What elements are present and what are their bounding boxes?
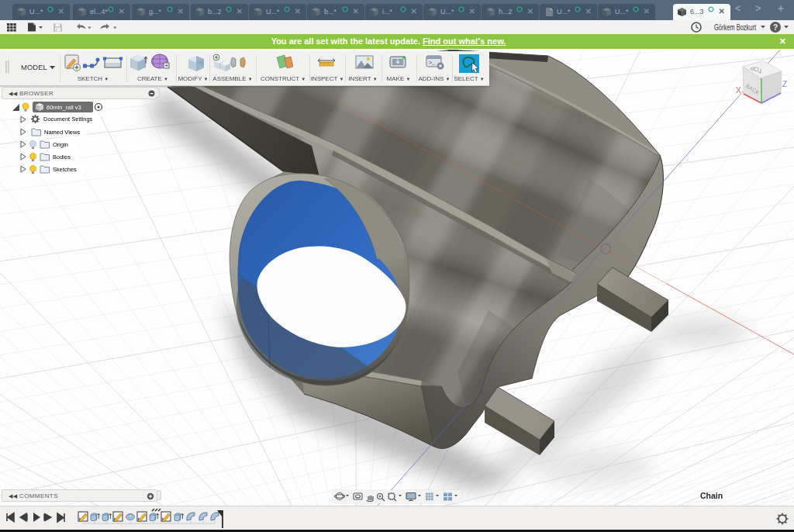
svg-text:Görkem Bozkurt: Görkem Bozkurt: [714, 22, 756, 32]
svg-text:>_: >_: [429, 60, 436, 66]
svg-text:Z: Z: [782, 80, 787, 88]
svg-text:MODEL: MODEL: [21, 63, 47, 71]
svg-text:60min_rail v3: 60min_rail v3: [47, 104, 81, 111]
svg-text:?: ?: [773, 23, 778, 32]
svg-text:Bodies: Bodies: [53, 154, 71, 161]
svg-text:Named Views: Named Views: [44, 129, 80, 136]
svg-text:Document Settings: Document Settings: [43, 116, 93, 123]
svg-text:X: X: [736, 86, 741, 95]
svg-text:Origin: Origin: [53, 141, 68, 148]
svg-text:Sketches: Sketches: [53, 166, 77, 173]
